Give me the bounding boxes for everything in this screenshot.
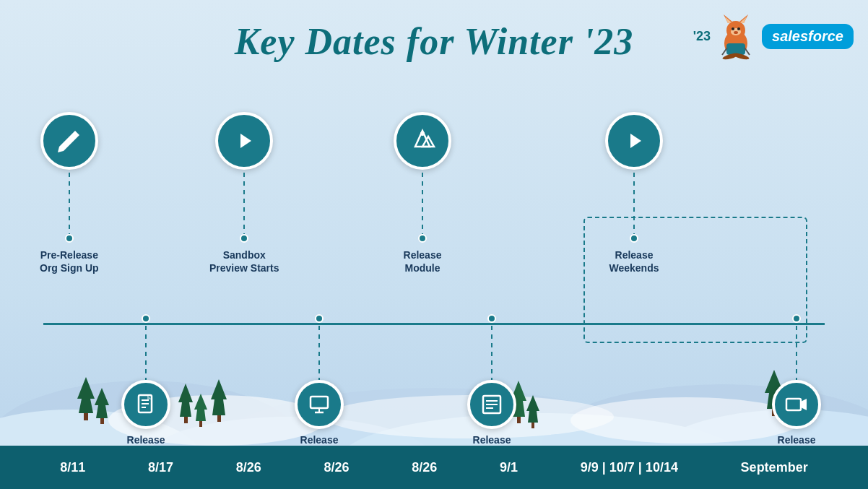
date-7: 9/9 | 10/7 | 10/14 (581, 460, 678, 475)
svg-marker-49 (630, 134, 641, 148)
svg-marker-45 (240, 134, 251, 148)
dashed-line-notes (145, 326, 147, 380)
item-release-site: ReleaseSite (295, 314, 344, 459)
svg-marker-4 (725, 17, 732, 23)
tree-3 (177, 384, 194, 425)
dashed-line-readiness (796, 326, 797, 380)
item-sandbox: SandboxPreview Starts (209, 112, 279, 274)
label-module: ReleaseModule (404, 248, 442, 274)
svg-rect-32 (199, 421, 202, 427)
dashed-line-module (422, 173, 423, 234)
dot-site (315, 314, 324, 323)
item-release-module: ReleaseModule (394, 112, 451, 274)
svg-marker-25 (77, 377, 95, 413)
svg-point-48 (420, 131, 425, 136)
readiness-icon (772, 380, 821, 429)
dot-pre-release (65, 234, 74, 243)
dashed-line-weekends (633, 173, 635, 234)
logo-area: '23 (693, 13, 854, 60)
date-2: 8/17 (148, 460, 173, 475)
tree-4 (194, 394, 208, 430)
dot-sandbox (240, 234, 248, 243)
svg-marker-27 (95, 388, 109, 418)
svg-rect-26 (84, 413, 88, 420)
svg-point-7 (732, 27, 734, 30)
sandbox-icon (215, 112, 273, 170)
overview-deck-icon (467, 380, 516, 429)
label-sandbox: SandboxPreview Starts (209, 248, 279, 274)
date-8: September (741, 460, 808, 475)
dot-overview (487, 314, 496, 323)
svg-rect-34 (217, 415, 221, 422)
salesforce-logo: salesforce (762, 24, 854, 49)
dashed-line-pre-release (69, 173, 70, 234)
date-5: 8/26 (412, 460, 437, 475)
dot-weekends (630, 234, 638, 243)
date-6: 9/1 (500, 460, 518, 475)
label-pre-release: Pre-ReleaseOrg Sign Up (40, 248, 99, 274)
release-notes-icon (121, 380, 170, 429)
svg-marker-5 (740, 17, 747, 23)
dashed-line-site (318, 326, 320, 380)
dashed-line-sandbox (243, 173, 245, 234)
svg-marker-31 (194, 394, 207, 421)
svg-point-8 (737, 27, 740, 30)
release-site-icon (295, 380, 344, 429)
svg-rect-44 (531, 423, 534, 428)
date-3: 8/26 (236, 460, 261, 475)
dot-module (418, 234, 427, 243)
svg-rect-30 (184, 417, 188, 423)
release-module-icon (394, 112, 451, 170)
tree-2 (94, 388, 110, 428)
pre-release-icon (40, 112, 98, 170)
tree-1 (76, 377, 96, 424)
svg-rect-10 (726, 43, 745, 55)
svg-point-9 (734, 31, 738, 34)
dot-readiness (792, 314, 801, 323)
label-weekends: ReleaseWeekends (609, 248, 659, 274)
svg-rect-28 (100, 418, 104, 424)
svg-rect-61 (786, 399, 801, 410)
svg-marker-33 (211, 379, 227, 415)
tree-5 (209, 379, 228, 424)
dot-notes (142, 314, 150, 323)
main-container: Key Dates for Winter '23 '23 (0, 0, 868, 489)
svg-marker-29 (178, 384, 193, 417)
item-pre-release: Pre-ReleaseOrg Sign Up (40, 112, 99, 274)
date-4: 8/26 (324, 460, 350, 475)
release-weekends-icon (605, 112, 663, 170)
svg-line-13 (722, 48, 727, 55)
svg-line-14 (745, 48, 750, 55)
winter23-badge: '23 (693, 29, 711, 44)
date-1: 8/11 (60, 460, 85, 475)
dashed-line-overview (491, 326, 492, 380)
item-release-notes: ReleaseNotes (121, 314, 170, 459)
svg-rect-54 (311, 397, 328, 408)
date-bar: 8/11 8/17 8/26 8/26 8/26 9/1 9/9 | 10/7 … (0, 446, 868, 489)
item-release-weekends: ReleaseWeekends (605, 112, 663, 274)
fox-mascot (716, 13, 756, 60)
